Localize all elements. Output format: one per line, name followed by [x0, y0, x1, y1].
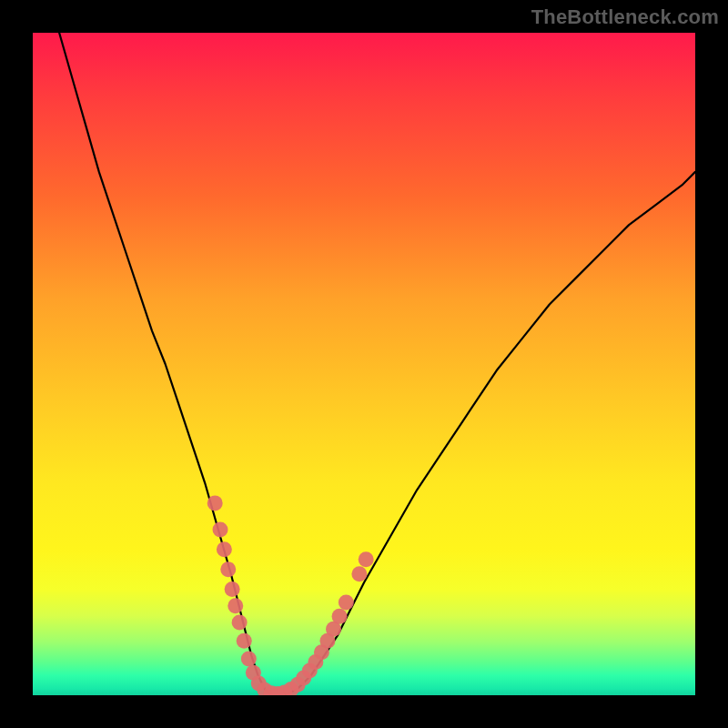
curve-marker	[217, 541, 232, 557]
curve-marker	[237, 633, 252, 649]
curve-marker	[232, 614, 248, 630]
curve-marker	[220, 561, 236, 577]
chart-frame: TheBottleneck.com	[0, 0, 728, 728]
curve-marker	[207, 495, 223, 511]
curve-marker	[359, 551, 374, 567]
curve-marker	[332, 609, 348, 624]
watermark-text: TheBottleneck.com	[531, 5, 719, 29]
curve-marker	[241, 651, 257, 666]
curve-markers	[207, 495, 374, 695]
curve-marker	[228, 598, 243, 613]
curve-marker	[213, 522, 228, 538]
curve-marker	[339, 595, 354, 611]
curve-marker	[225, 581, 240, 597]
curve-marker	[351, 566, 367, 581]
chart-svg	[33, 33, 695, 695]
bottleneck-curve	[59, 33, 695, 695]
plot-area	[33, 33, 695, 695]
